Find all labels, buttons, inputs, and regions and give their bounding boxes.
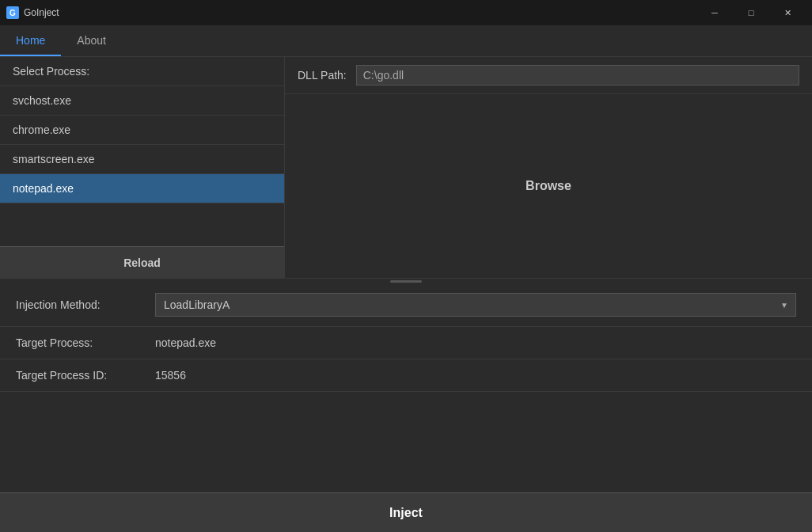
main-content: Select Process: svchost.exe chrome.exe s… — [0, 57, 812, 532]
target-process-row: Target Process: notepad.exe — [0, 327, 812, 359]
inject-button-row: Inject — [0, 492, 812, 532]
browse-label: Browse — [526, 179, 571, 193]
process-panel: Select Process: svchost.exe chrome.exe s… — [0, 57, 285, 278]
process-list: svchost.exe chrome.exe smartscreen.exe n… — [0, 86, 284, 246]
resize-handle-inner — [390, 280, 422, 283]
app-icon: G — [6, 6, 19, 19]
target-process-label: Target Process: — [16, 336, 142, 349]
app-icon-letter: G — [9, 9, 16, 17]
target-pid-value: 15856 — [155, 369, 186, 382]
window-controls: ─ □ ✕ — [696, 0, 806, 25]
browse-area[interactable]: Browse — [285, 94, 812, 278]
target-pid-label: Target Process ID: — [16, 369, 142, 382]
select-process-label: Select Process: — [0, 57, 284, 86]
process-item-svchost[interactable]: svchost.exe — [0, 86, 284, 116]
inject-button[interactable]: Inject — [0, 492, 812, 532]
process-item-chrome[interactable]: chrome.exe — [0, 116, 284, 145]
process-item-notepad[interactable]: notepad.exe — [0, 174, 284, 203]
dll-path-label: DLL Path: — [298, 69, 347, 82]
minimize-button[interactable]: ─ — [696, 0, 733, 25]
dll-panel: DLL Path: Browse — [285, 57, 812, 278]
top-section: Select Process: svchost.exe chrome.exe s… — [0, 57, 812, 279]
dll-path-row: DLL Path: — [285, 57, 812, 94]
dll-path-input[interactable] — [356, 65, 799, 86]
injection-method-label: Injection Method: — [16, 298, 142, 311]
close-button[interactable]: ✕ — [769, 0, 806, 25]
tab-about[interactable]: About — [61, 25, 122, 56]
tab-home[interactable]: Home — [0, 25, 61, 56]
injection-method-select[interactable]: LoadLibraryA ManualMap ThreadHijack — [155, 293, 796, 317]
tabbar: Home About — [0, 25, 812, 57]
injection-method-select-wrapper: LoadLibraryA ManualMap ThreadHijack — [155, 293, 796, 317]
bottom-section: Injection Method: LoadLibraryA ManualMap… — [0, 283, 812, 532]
app-title: GoInject — [24, 7, 59, 18]
injection-method-row: Injection Method: LoadLibraryA ManualMap… — [0, 283, 812, 327]
titlebar: G GoInject ─ □ ✕ — [0, 0, 812, 25]
target-pid-row: Target Process ID: 15856 — [0, 359, 812, 392]
titlebar-left: G GoInject — [6, 6, 59, 19]
target-process-value: notepad.exe — [155, 336, 216, 349]
reload-button[interactable]: Reload — [0, 246, 284, 278]
process-item-smartscreen[interactable]: smartscreen.exe — [0, 145, 284, 174]
maximize-button[interactable]: □ — [733, 0, 769, 25]
